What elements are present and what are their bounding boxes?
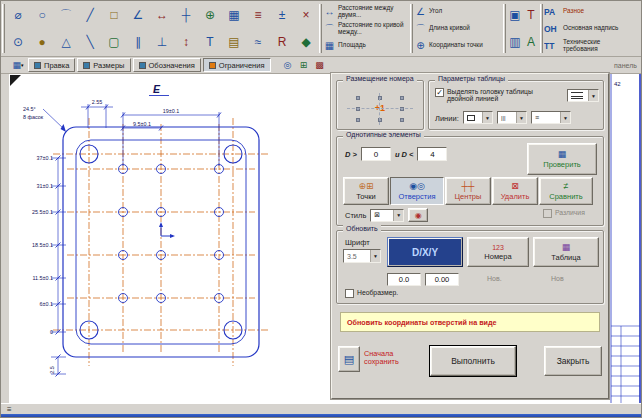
compare-button[interactable]: ≠ Сравнить <box>539 177 593 205</box>
tool-icon: ⌀ <box>14 9 21 21</box>
bottom-accent-strip <box>1 414 642 418</box>
coord-y-input[interactable]: 0.00 <box>425 273 459 286</box>
centers-icon: ┼┼ <box>462 182 475 191</box>
toolbar-button[interactable]: ∥ <box>126 28 150 55</box>
toolbar-button[interactable]: ↕ <box>174 28 198 55</box>
numbers-button[interactable]: 123 Номера <box>467 237 529 267</box>
toolbar-button[interactable]: ▣ <box>507 1 523 28</box>
measure-tool-button[interactable]: ⊕ Координаты точки <box>414 37 502 54</box>
save-document-button[interactable]: ▤ <box>338 346 360 372</box>
tool-icon: ⊙ <box>13 36 23 48</box>
tab-pravka[interactable]: Правка <box>28 58 75 72</box>
toolbar-button[interactable]: R <box>270 28 294 55</box>
points-button[interactable]: ⊕⊞ Точки <box>343 177 389 205</box>
toolbar-button[interactable]: ▦ <box>222 1 246 28</box>
line-style-combo-2[interactable]: |||▼ <box>497 111 527 124</box>
style-combo[interactable]: ⊠▼ <box>370 209 404 222</box>
measure-tool-button[interactable]: ↔ Расстояние между двумя... <box>323 3 409 20</box>
toolbar-button[interactable]: ∠ <box>126 1 150 28</box>
toolbar-button[interactable]: Т <box>523 1 539 28</box>
toolbar-grip[interactable] <box>410 4 413 53</box>
toolbar-button[interactable]: ┼ <box>174 1 198 28</box>
delete-button[interactable]: ⊠ Удалить <box>492 177 538 205</box>
leader-arrow <box>61 124 67 132</box>
tab-label: Ограничения <box>219 61 265 70</box>
tool-icon: R <box>278 36 287 48</box>
toolbar-button[interactable]: ▤ <box>222 28 246 55</box>
toolbar-button[interactable]: А <box>523 28 539 55</box>
annotation-tool-label: Разное <box>563 8 584 15</box>
table-button[interactable]: ▦ Таблица <box>533 237 599 267</box>
line-style-combo-1[interactable]: ▼ <box>463 111 493 124</box>
measure-tool-button[interactable]: ⌒ Длина кривой <box>414 20 502 37</box>
toolbar-button[interactable]: ⊙ <box>6 28 30 55</box>
dxy-button[interactable]: D/X/Y <box>387 237 463 267</box>
toolbar-button[interactable]: △ <box>54 28 78 55</box>
tab-oboznacheniya[interactable]: Обозначения <box>133 58 201 72</box>
status-menu-icon[interactable]: ≡ <box>7 405 12 414</box>
toolbar-button[interactable]: ○ <box>30 1 54 28</box>
chamfer-angle: 24.5° <box>23 106 36 112</box>
toolbar-button[interactable]: ⊕ <box>198 1 222 28</box>
tab-label: Правка <box>44 61 69 70</box>
tab-icon <box>139 62 146 69</box>
toolbar-button[interactable]: ╱ <box>78 1 102 28</box>
measure-tool-button[interactable]: ▦ Площадь <box>323 37 409 54</box>
annotation-tool-button[interactable]: ОН Основная надпись <box>544 20 636 37</box>
toolbar-button[interactable]: ⌀ <box>6 1 30 28</box>
d-max-input[interactable]: 4 <box>417 147 447 161</box>
tab-ogranicheniya[interactable]: Ограничения <box>203 58 271 72</box>
toolbar-button[interactable]: ╲ <box>78 28 102 55</box>
annotation-tool-icon: ТТ <box>544 41 561 51</box>
toolbar-grip[interactable] <box>540 4 543 53</box>
toolbar-button[interactable]: ↔ <box>150 1 174 28</box>
tool-icon: □ <box>110 9 117 21</box>
tabbar-button[interactable]: ▩ <box>312 58 328 72</box>
line-style-combo-3[interactable]: ≡▼ <box>531 111 571 124</box>
font-size-combo[interactable]: 3.5 ▼ <box>343 249 381 263</box>
toolbar-button[interactable]: ≡ <box>246 1 270 28</box>
toolbar-grip[interactable] <box>503 4 506 53</box>
toolbar-button[interactable]: ⊥ <box>150 28 174 55</box>
toolbar-button[interactable]: ⌒ <box>54 1 78 28</box>
check-button[interactable]: ▦ Проверить <box>527 143 597 175</box>
header-line-style-combo[interactable]: ▼ <box>567 89 599 102</box>
points-icon: ⊕⊞ <box>358 182 373 191</box>
tab-razmery[interactable]: Размеры <box>77 58 130 72</box>
measure-tool-button[interactable]: ⌒ Расстояние по кривой между... <box>323 20 409 37</box>
checkbox-icon <box>345 289 354 298</box>
toolbar-grip[interactable] <box>2 4 5 53</box>
annotation-tool-button[interactable]: РА Разное <box>544 3 636 20</box>
tabbar-button[interactable]: ◎ <box>280 58 296 72</box>
toolbar-button[interactable]: ◆ <box>294 28 318 55</box>
toolbar-button[interactable]: Т <box>198 28 222 55</box>
measure-tool-label: Угол <box>429 8 442 15</box>
centers-button[interactable]: ┼┼ Центры <box>445 177 491 205</box>
toolbar-button[interactable]: □ <box>102 1 126 28</box>
toolbar-button[interactable]: ≈ <box>246 28 270 55</box>
no-dimension-checkbox[interactable]: Необразмер. <box>345 289 398 298</box>
panel-menu-button[interactable]: ▦▾ <box>10 58 26 72</box>
chevron-down-icon: ▼ <box>516 112 526 123</box>
toolbar-button[interactable]: × <box>294 1 318 28</box>
annotation-tool-button[interactable]: ТТ Технические требования <box>544 37 636 54</box>
style-clear-button[interactable]: ◉ <box>408 208 428 222</box>
differences-checkbox[interactable]: Различия <box>543 209 585 218</box>
tabbar-button[interactable]: ⊞ <box>296 58 312 72</box>
double-line-checkbox[interactable]: ✓ Выделять головку таблицы двойной линие… <box>435 88 563 103</box>
measure-tool-button[interactable]: ∠ Угол <box>414 3 502 20</box>
number-placement-widget[interactable]: +1 <box>347 93 413 125</box>
coord-x-input[interactable]: 0.0 <box>387 273 421 286</box>
toolbar-button[interactable]: ± <box>270 1 294 28</box>
toolbar-grip[interactable] <box>319 4 322 53</box>
annotation-tool-label: Основная надпись <box>563 25 618 32</box>
toolbar-button[interactable]: ▥ <box>507 28 523 55</box>
close-button[interactable]: Закрыть <box>544 346 602 376</box>
d-min-input[interactable]: 0 <box>361 147 391 161</box>
differences-label: Различия <box>555 209 585 216</box>
toolbar-button[interactable]: ● <box>30 28 54 55</box>
group-title: Параметры таблицы <box>435 75 508 82</box>
run-button[interactable]: Выполнить <box>430 346 516 376</box>
toolbar-button[interactable]: ▢ <box>102 28 126 55</box>
holes-button[interactable]: ◉◎ Отверстия <box>390 177 444 205</box>
